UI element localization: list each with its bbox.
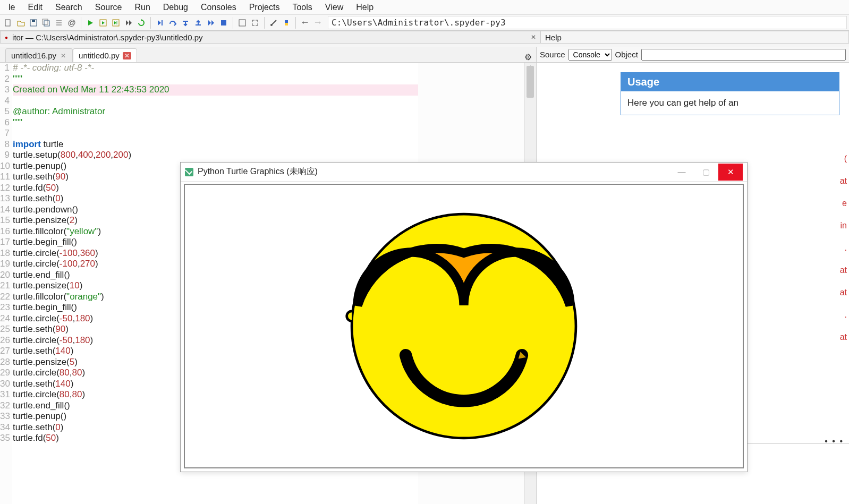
console-menu-icon[interactable]: • • •: [825, 437, 844, 446]
editor-tabbar: untitled16.py✕untitled0.py✕⚙: [0, 47, 536, 63]
tab-label: untitled0.py: [79, 51, 120, 60]
tab-close-icon[interactable]: ✕: [123, 52, 131, 59]
list-icon[interactable]: [53, 17, 65, 29]
svg-point-10: [270, 24, 273, 26]
save-icon[interactable]: [28, 17, 39, 29]
menu-le[interactable]: le: [2, 2, 21, 13]
close-button[interactable]: ✕: [718, 164, 743, 181]
step-over-icon[interactable]: [167, 17, 179, 29]
svg-rect-2: [32, 20, 35, 22]
run-selection-icon[interactable]: [123, 17, 134, 29]
fragment: in: [840, 215, 849, 237]
help-title-text: Help: [545, 33, 562, 42]
svg-rect-3: [43, 19, 48, 24]
debug-step-icon[interactable]: [154, 17, 166, 29]
fragment: at: [840, 170, 849, 192]
svg-rect-9: [239, 20, 245, 26]
back-icon[interactable]: ←: [299, 17, 311, 29]
at-icon[interactable]: @: [66, 17, 78, 29]
step-out-icon[interactable]: [192, 17, 204, 29]
stop-icon[interactable]: [218, 17, 230, 29]
fragment: e: [840, 192, 849, 215]
help-pane-title: Help: [541, 31, 849, 44]
step-into-icon[interactable]: [180, 17, 191, 29]
svg-rect-0: [5, 20, 10, 26]
tab-label: untitled16.py: [11, 51, 56, 60]
minimize-button[interactable]: —: [669, 164, 694, 181]
usage-body: Here you can get help of an: [621, 91, 839, 115]
open-file-icon[interactable]: [15, 17, 27, 29]
menu-help[interactable]: Help: [350, 2, 380, 13]
svg-rect-8: [221, 20, 226, 25]
editor-pane-title: ● itor — C:\Users\Administrator\.spyder-…: [0, 31, 541, 44]
scroll-thumb[interactable]: [527, 66, 534, 98]
object-label: Object: [615, 50, 638, 59]
svg-rect-7: [162, 20, 163, 25]
editor-title-text: itor — C:\Users\Administrator\.spyder-py…: [12, 33, 202, 42]
editor-pane-close-icon[interactable]: ✕: [531, 33, 536, 41]
maximize-button[interactable]: ▢: [694, 164, 718, 181]
run-cell-advance-icon[interactable]: [110, 17, 122, 29]
maximize-icon[interactable]: [236, 17, 248, 29]
menu-source[interactable]: Source: [89, 2, 129, 13]
menu-edit[interactable]: Edit: [21, 2, 49, 13]
toolbar: @ ← → C:\Users\Administrator\.spyder-py3: [0, 15, 849, 31]
menu-view[interactable]: View: [319, 2, 350, 13]
python-icon[interactable]: [281, 17, 292, 29]
source-label: Source: [540, 50, 565, 59]
continue-icon[interactable]: [205, 17, 217, 29]
menu-debug[interactable]: Debug: [157, 2, 194, 13]
fragment: at: [840, 326, 849, 348]
turtle-canvas: [184, 184, 744, 468]
tab-close-icon[interactable]: ✕: [60, 52, 67, 59]
menu-search[interactable]: Search: [49, 2, 89, 13]
menu-consoles[interactable]: Consoles: [194, 2, 243, 13]
svg-rect-4: [44, 21, 49, 26]
run-cell-icon[interactable]: [97, 17, 109, 29]
fragment: .: [840, 237, 849, 259]
menu-tools[interactable]: Tools: [286, 2, 318, 13]
help-toolbar: Source Console Object: [537, 47, 849, 63]
working-dir-path[interactable]: C:\Users\Administrator\.spyder-py3: [328, 16, 847, 29]
fragment: .: [840, 304, 849, 326]
fragment: (: [840, 148, 849, 170]
preferences-icon[interactable]: [268, 17, 279, 29]
smiley-drawing: [320, 193, 607, 459]
usage-card: Usage Here you can get help of an: [621, 72, 839, 115]
menu-run[interactable]: Run: [128, 2, 156, 13]
turtle-titlebar[interactable]: Python Turtle Graphics (未响应) — ▢ ✕: [181, 163, 747, 182]
source-select[interactable]: Console: [568, 49, 612, 61]
menubar: leEditSearchSourceRunDebugConsolesProjec…: [0, 0, 849, 15]
forward-icon[interactable]: →: [312, 17, 324, 29]
fragment: at: [840, 281, 849, 304]
save-all-icon[interactable]: [40, 17, 52, 29]
tabbar-gear-icon[interactable]: ⚙: [524, 52, 532, 62]
run-icon[interactable]: [84, 17, 96, 29]
turtle-graphics-window[interactable]: Python Turtle Graphics (未响应) — ▢ ✕: [180, 162, 748, 472]
usage-title: Usage: [621, 73, 839, 91]
object-input[interactable]: [641, 49, 846, 61]
tab-untitled16-py[interactable]: untitled16.py✕: [5, 48, 73, 62]
menu-projects[interactable]: Projects: [243, 2, 286, 13]
dirty-indicator-icon: ●: [5, 35, 8, 40]
right-gutter-fragments: (atein.atat.at: [840, 148, 849, 348]
tab-untitled0-py[interactable]: untitled0.py✕: [73, 48, 137, 62]
line-number-gutter: 1234567891011121314151617181920212223242…: [0, 63, 12, 504]
feather-icon: [185, 168, 193, 176]
rerun-icon[interactable]: [135, 17, 147, 29]
fragment: at: [840, 259, 849, 281]
fullscreen-icon[interactable]: [249, 17, 261, 29]
turtle-window-title: Python Turtle Graphics (未响应): [198, 166, 318, 177]
new-file-icon[interactable]: [2, 17, 14, 29]
